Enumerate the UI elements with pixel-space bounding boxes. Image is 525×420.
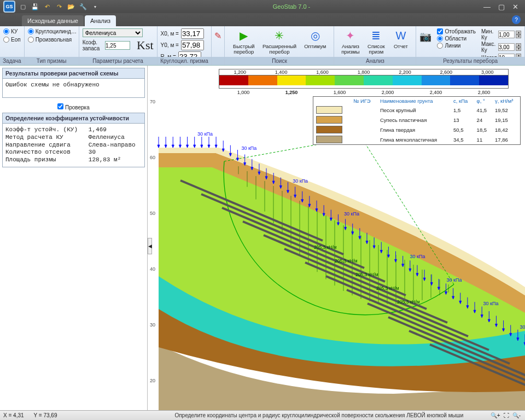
group-circ-label: Круглоцил. призма — [158, 57, 212, 65]
cb-show[interactable]: Отображать — [437, 28, 475, 34]
coef-input[interactable] — [105, 41, 130, 50]
kst-label: Kst — [137, 38, 154, 52]
minku-input[interactable] — [498, 31, 515, 38]
svg-text:30 кПа: 30 кПа — [520, 324, 525, 330]
svg-text:30 кПа: 30 кПа — [447, 277, 462, 283]
y0-input[interactable] — [181, 40, 204, 50]
maximize-button[interactable]: ▢ — [498, 3, 505, 11]
group-prism-label: Тип призмы — [25, 57, 79, 65]
svg-marker-53 — [194, 145, 196, 148]
ribbon-tabs: Исходные данные Анализ ? — [0, 13, 525, 26]
svg-marker-45 — [165, 145, 167, 148]
status-x: X = 4,31 — [3, 412, 24, 418]
group-results-label: Результаты перебора — [416, 57, 524, 65]
group-search-label: Поиск — [225, 57, 334, 65]
svg-marker-59 — [215, 145, 217, 148]
gradient-legend: 1,2001,4001,6001,8002,2002,6003,000 1,00… — [219, 69, 509, 89]
svg-text:205,3 кН/м: 205,3 кН/м — [397, 299, 420, 305]
svg-marker-55 — [201, 145, 203, 148]
svg-text:30 кПа: 30 кПа — [197, 131, 213, 137]
soil-legend: № ИГЭНаименование грунтаc, кПаφ, °γ, кН/… — [313, 96, 521, 145]
maxku-input[interactable] — [498, 43, 515, 51]
svg-marker-47 — [172, 145, 174, 148]
radio-areas[interactable]: Области — [437, 36, 475, 42]
check-checkbox[interactable]: Проверка — [57, 104, 90, 110]
svg-marker-51 — [186, 145, 189, 148]
app-logo[interactable]: GS — [3, 1, 15, 13]
svg-text:205,3 кН/м: 205,3 кН/м — [376, 285, 399, 291]
save-icon[interactable]: 💾 — [31, 2, 39, 11]
check-heading: Результаты проверки расчетной схемы — [3, 68, 144, 79]
new-icon[interactable]: ▢ — [19, 2, 27, 11]
status-bar: X = 4,31 Y = 73,69 Определите координаты… — [0, 410, 525, 420]
dropdown-icon[interactable]: ▾ — [91, 2, 100, 11]
radio-ku[interactable]: КУ — [3, 28, 21, 34]
coef-heading: Определение коэффициента устойчивости — [3, 113, 144, 124]
svg-text:40: 40 — [150, 266, 155, 272]
ribbon: КУ Eоп Задача Круглоцилинд… Произвольная… — [0, 26, 525, 66]
svg-text:20: 20 — [150, 378, 155, 383]
zoom-fit-icon[interactable]: ⛶ — [504, 412, 509, 418]
svg-text:205,3 кН/м: 205,3 кН/м — [335, 258, 358, 264]
svg-text:50: 50 — [150, 211, 155, 216]
minimize-button[interactable]: — — [483, 3, 491, 11]
x0-input[interactable] — [181, 28, 204, 39]
svg-text:30 кПа: 30 кПа — [293, 178, 308, 184]
svg-text:30 кПа: 30 кПа — [410, 254, 425, 259]
group-params-label: Параметры расчета — [79, 57, 157, 65]
help-icon[interactable]: ? — [512, 15, 521, 24]
radio-eop[interactable]: Eоп — [3, 37, 21, 43]
tab-source[interactable]: Исходные данные — [22, 15, 84, 26]
radio-circ[interactable]: Круглоцилинд… — [28, 28, 75, 34]
radio-lines[interactable]: Линии — [437, 43, 475, 49]
svg-text:205,3 кН/м: 205,3 кН/м — [355, 272, 378, 277]
svg-text:30 кПа: 30 кПа — [344, 211, 359, 217]
zoom-in-icon[interactable]: 🔍+ — [491, 412, 500, 418]
canvas[interactable]: ◀ 203040506070 0102030405060 1.469 30 кП… — [148, 66, 525, 410]
svg-text:30 кПа: 30 кПа — [483, 301, 499, 306]
marker-icon[interactable]: ✎ — [214, 31, 221, 41]
svg-text:205,3 кН/м: 205,3 кН/м — [314, 244, 337, 250]
main-area: Результаты проверки расчетной схемы Ошиб… — [0, 66, 525, 410]
method-select[interactable]: Феллениуса — [83, 28, 143, 37]
radio-arb[interactable]: Произвольная — [28, 37, 75, 43]
svg-text:60: 60 — [150, 155, 155, 160]
group-analysis-label: Анализ — [334, 57, 416, 65]
redo-icon[interactable]: ↷ — [55, 2, 63, 11]
titlebar: GS ▢ 💾 ↶ ↷ 📂 🔧 ▾ GeoStab 7.0 - — ▢ ✕ — [0, 0, 525, 13]
app-title: GeoStab 7.0 - — [100, 3, 483, 10]
close-button[interactable]: ✕ — [512, 3, 518, 11]
svg-text:70: 70 — [150, 99, 155, 104]
zoom-out-icon[interactable]: 🔍- — [512, 412, 521, 418]
group-task-label: Задача — [0, 57, 24, 65]
svg-text:30 кПа: 30 кПа — [241, 145, 256, 151]
coef-body: Коэфф-т устойч. (КУ) 1,469 Метод расчета… — [3, 124, 144, 167]
side-panel: Результаты проверки расчетной схемы Ошиб… — [0, 66, 148, 410]
svg-marker-57 — [208, 145, 210, 148]
open-icon[interactable]: 📂 — [67, 2, 75, 11]
status-hint: Определите координаты центра и радиус кр… — [148, 412, 491, 418]
svg-marker-49 — [179, 145, 181, 148]
check-body: Ошибок схемы не обнаружено — [3, 79, 144, 97]
undo-icon[interactable]: ↶ — [43, 2, 51, 11]
svg-text:30: 30 — [150, 322, 155, 328]
tool-icon[interactable]: 🔧 — [79, 2, 88, 11]
tab-analysis[interactable]: Анализ — [85, 15, 116, 26]
svg-marker-43 — [158, 145, 160, 148]
status-y: Y = 73,69 — [34, 412, 57, 418]
